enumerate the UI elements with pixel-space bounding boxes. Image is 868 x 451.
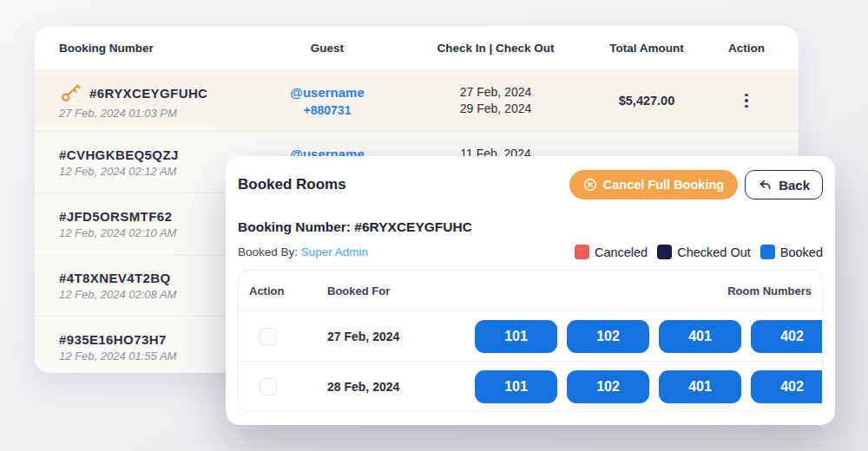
booking-number: #4T8XNEV4T2BQ	[59, 271, 171, 285]
check-out-date: 29 Feb, 2024	[460, 101, 532, 117]
booking-number-cell: #6RYXCEYGFUHC 27 Feb, 2024 01:03 PM	[35, 70, 262, 131]
back-button[interactable]: Back	[745, 170, 823, 199]
booking-number: #JFD5ORSMTF62	[59, 209, 172, 224]
total-amount-cell: $5,427.00	[599, 70, 694, 131]
check-in-out-cell: 27 Feb, 2024 29 Feb, 2024	[392, 70, 599, 131]
guest-username-link[interactable]: @username	[290, 85, 365, 100]
booking-number: #6RYXCEYGFUHC	[89, 86, 207, 101]
room-number-button[interactable]: 402	[751, 370, 823, 403]
booked-by-user-link[interactable]: Super Admin	[301, 245, 368, 258]
back-arrow-icon	[758, 178, 772, 192]
booking-number-value: #6RYXCEYGFUHC	[354, 219, 472, 234]
rooms-table-header: Action Booked For Room Numbers	[239, 271, 822, 311]
booked-rooms-table: Action Booked For Room Numbers 27 Feb, 2…	[238, 270, 823, 412]
room-status-legend: Canceled Checked Out Booked	[575, 245, 823, 259]
back-button-label: Back	[779, 178, 810, 193]
booked-for-date: 28 Feb, 2024	[327, 380, 475, 394]
col-check-in-out: Check In | Check Out	[392, 42, 599, 55]
col-action: Action	[249, 284, 327, 297]
col-room-numbers: Room Numbers	[475, 284, 812, 297]
col-guest: Guest	[262, 42, 392, 55]
booking-number: #CVHGKBEQ5QZJ	[59, 147, 179, 162]
guest-phone-link[interactable]: +880731	[304, 103, 352, 117]
legend-label: Booked	[780, 245, 823, 259]
row-checkbox[interactable]	[260, 328, 277, 345]
check-in-date: 27 Feb, 2024	[460, 84, 532, 101]
legend-item-booked: Booked	[760, 245, 823, 259]
cancel-full-booking-button[interactable]: Cancel Full Booking	[569, 170, 738, 199]
cancel-button-label: Cancel Full Booking	[603, 178, 724, 192]
row-menu-kebab-icon[interactable]	[741, 90, 752, 112]
room-number-button[interactable]: 401	[659, 320, 741, 353]
page: Booking Number Guest Check In | Check Ou…	[0, 0, 868, 451]
booked-swatch	[760, 245, 775, 259]
room-number-button[interactable]: 102	[567, 320, 649, 353]
key-icon	[59, 82, 82, 104]
col-total-amount: Total Amount	[599, 42, 694, 55]
booking-number-label: Booking Number:	[238, 219, 351, 234]
booked-rooms-modal: Booked Rooms Cancel Full Booking Back	[226, 156, 835, 425]
modal-title: Booked Rooms	[238, 176, 346, 193]
canceled-swatch	[575, 245, 589, 259]
booking-created-at: 12 Feb, 2024 02:08 AM	[59, 288, 176, 301]
col-action: Action	[694, 42, 799, 55]
room-number-button[interactable]: 102	[567, 370, 649, 403]
modal-header: Booked Rooms Cancel Full Booking Back	[238, 170, 823, 199]
bookings-table-header: Booking Number Guest Check In | Check Ou…	[35, 26, 799, 70]
legend-label: Canceled	[595, 245, 648, 259]
cancel-circle-x-icon	[583, 178, 597, 192]
modal-booking-number-line: Booking Number: #6RYXCEYGFUHC	[238, 219, 823, 235]
booked-for-date: 27 Feb, 2024	[327, 330, 475, 343]
action-cell	[694, 70, 799, 131]
rooms-table-row: 28 Feb, 2024 101 102 401 402	[239, 361, 822, 411]
booking-created-at: 12 Feb, 2024 01:55 AM	[59, 350, 176, 363]
room-number-button[interactable]: 101	[475, 320, 557, 353]
col-booked-for: Booked For	[327, 284, 475, 297]
booked-by-label: Booked By:	[238, 245, 298, 258]
checked-out-swatch	[657, 245, 672, 259]
booking-number: #935E16HO73H7	[59, 332, 167, 347]
booking-created-at: 12 Feb, 2024 02:10 AM	[59, 226, 176, 239]
total-amount: $5,427.00	[619, 94, 675, 108]
room-number-button[interactable]: 402	[751, 320, 823, 353]
col-booking-number: Booking Number	[35, 42, 262, 55]
room-number-button[interactable]: 401	[659, 370, 741, 403]
rooms-table-row: 27 Feb, 2024 101 102 401 402	[239, 311, 822, 361]
guest-cell: @username +880731	[262, 70, 392, 131]
legend-item-canceled: Canceled	[575, 245, 648, 259]
row-checkbox[interactable]	[260, 378, 277, 395]
booking-row[interactable]: #6RYXCEYGFUHC 27 Feb, 2024 01:03 PM @use…	[35, 70, 799, 131]
booking-created-at: 27 Feb, 2024 01:03 PM	[59, 107, 177, 120]
legend-item-checked-out: Checked Out	[657, 245, 751, 259]
booking-created-at: 12 Feb, 2024 02:12 AM	[59, 165, 176, 178]
booked-by-line: Booked By: Super Admin	[238, 245, 368, 258]
legend-label: Checked Out	[677, 245, 751, 259]
room-number-button[interactable]: 101	[475, 370, 557, 403]
